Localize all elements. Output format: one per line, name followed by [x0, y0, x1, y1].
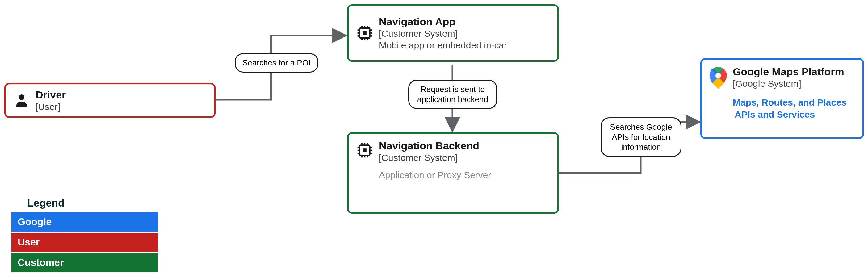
edge-search-label: Searches for a POI — [235, 53, 318, 72]
gmp-title: Google Maps Platform — [733, 66, 846, 78]
gmp-subtitle: [Google System] — [733, 79, 846, 89]
nav-app-desc: Mobile app or embedded in-car — [379, 40, 507, 51]
nav-backend-extra: Application or Proxy Server — [379, 170, 491, 180]
svg-point-0 — [19, 94, 24, 100]
edge-api-label: Searches Google APIs for location inform… — [600, 117, 681, 157]
nav-app-title: Navigation App — [379, 16, 507, 28]
nav-backend-node: Navigation Backend [Customer System] App… — [347, 132, 559, 214]
nav-app-node: Navigation App [Customer System] Mobile … — [347, 4, 559, 62]
chip-icon — [356, 24, 373, 42]
edge-request-label: Request is sent to application backend — [408, 80, 497, 109]
user-icon — [13, 92, 30, 109]
gmp-node: Google Maps Platform [Google System] Map… — [700, 58, 864, 139]
nav-backend-subtitle: [Customer System] — [379, 153, 491, 163]
driver-node: Driver [User] — [4, 83, 216, 118]
legend-user: User — [11, 233, 158, 252]
driver-subtitle: [User] — [35, 101, 66, 112]
nav-backend-title: Navigation Backend — [379, 140, 491, 152]
legend-title: Legend — [27, 197, 65, 209]
gmp-link[interactable]: Maps, Routes, and Places APIs and Servic… — [733, 96, 846, 120]
driver-title: Driver — [35, 89, 66, 101]
maps-pin-icon — [709, 67, 727, 89]
chip-icon — [356, 142, 373, 159]
svg-rect-2 — [363, 31, 367, 35]
svg-rect-4 — [363, 149, 367, 152]
legend-google: Google — [11, 212, 158, 232]
nav-app-subtitle: [Customer System] — [379, 28, 507, 39]
legend-customer: Customer — [11, 253, 158, 272]
